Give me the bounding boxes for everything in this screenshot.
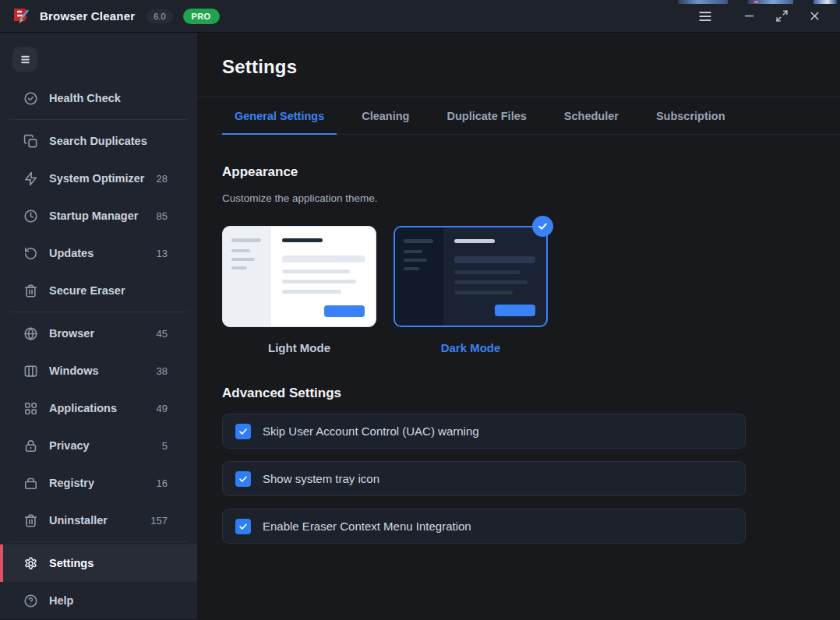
- sidebar-item-applications[interactable]: Applications49: [0, 389, 197, 427]
- checkbox[interactable]: [235, 424, 251, 439]
- sidebar-item-secure-eraser[interactable]: Secure Eraser: [0, 272, 197, 309]
- tab-duplicate-files[interactable]: Duplicate Files: [434, 97, 538, 135]
- option-row-show-system-tray-icon[interactable]: Show system tray icon: [222, 461, 746, 496]
- option-label: Skip User Account Control (UAC) warning: [263, 424, 479, 438]
- theme-card-dark-mode[interactable]: Dark Mode: [394, 226, 548, 354]
- sidebar-item-label: Windows: [49, 365, 99, 377]
- sidebar-item-label: Browser: [49, 327, 94, 340]
- sidebar-nav: Health CheckSearch DuplicatesSystem Opti…: [0, 79, 197, 619]
- appearance-description: Customize the application theme.: [222, 192, 840, 204]
- sidebar-item-registry[interactable]: Registry16: [0, 464, 197, 502]
- sidebar-divider: [9, 119, 188, 120]
- sidebar-item-count: 13: [157, 248, 168, 259]
- lock-icon: [23, 439, 38, 453]
- trash-icon: [23, 513, 38, 528]
- titlebar: Browser Cleaner 6.0 PRO: [0, 0, 840, 33]
- theme-preview-surface: [394, 226, 548, 327]
- columns-icon: [23, 364, 38, 379]
- minimize-button[interactable]: [740, 8, 757, 25]
- sidebar-item-label: Startup Manager: [49, 210, 138, 222]
- sidebar-item-windows[interactable]: Windows38: [0, 352, 197, 389]
- sidebar-item-count: 157: [150, 515, 168, 527]
- background-window-fragment: [678, 0, 728, 4]
- tab-subscription[interactable]: Subscription: [644, 97, 738, 135]
- gear-icon: [23, 556, 38, 571]
- sidebar-item-startup-manager[interactable]: Startup Manager85: [0, 197, 197, 234]
- sidebar-item-label: System Optimizer: [49, 172, 145, 185]
- close-button[interactable]: [806, 8, 823, 25]
- sidebar-item-label: Uninstaller: [49, 514, 108, 527]
- pro-badge: PRO: [183, 9, 220, 24]
- sidebar-item-system-optimizer[interactable]: System Optimizer28: [0, 160, 197, 197]
- main-content: Settings General SettingsCleaningDuplica…: [197, 33, 840, 619]
- tab-general-settings[interactable]: General Settings: [222, 97, 337, 135]
- sidebar-item-updates[interactable]: Updates13: [0, 234, 197, 272]
- sidebar-item-count: 38: [157, 365, 168, 377]
- theme-card-light-mode[interactable]: Light Mode: [222, 226, 376, 354]
- preview-button: [324, 305, 365, 317]
- background-window-fragments: [678, 0, 840, 4]
- app-logo-icon: [11, 6, 31, 26]
- sidebar-item-label: Applications: [49, 402, 117, 414]
- option-row-enable-eraser-context-menu-integration[interactable]: Enable Eraser Context Menu Integration: [222, 509, 746, 544]
- theme-label: Dark Mode: [394, 341, 548, 354]
- help-circle-icon: [23, 594, 38, 608]
- sidebar-item-count: 85: [157, 210, 168, 222]
- refresh-icon: [23, 246, 38, 261]
- sidebar-item-uninstaller[interactable]: Uninstaller157: [0, 502, 197, 539]
- sidebar: Health CheckSearch DuplicatesSystem Opti…: [0, 33, 197, 619]
- sidebar-item-label: Registry: [49, 477, 94, 489]
- option-label: Show system tray icon: [263, 472, 379, 485]
- sidebar-item-privacy[interactable]: Privacy5: [0, 427, 197, 464]
- sidebar-item-count: 45: [157, 328, 168, 340]
- sidebar-item-health-check[interactable]: Health Check: [0, 79, 197, 117]
- sidebar-item-count: 28: [157, 173, 168, 185]
- sidebar-divider: [9, 312, 188, 312]
- page-title: Settings: [222, 56, 840, 78]
- hamburger-icon: [20, 55, 30, 65]
- archive-icon: [23, 476, 38, 491]
- preview-content: [271, 227, 376, 326]
- sidebar-item-help[interactable]: Help: [0, 582, 197, 619]
- preview-button: [495, 305, 535, 316]
- preview-content: [443, 227, 546, 326]
- settings-tabs: General SettingsCleaningDuplicate FilesS…: [217, 97, 840, 135]
- sidebar-item-label: Settings: [49, 557, 94, 569]
- globe-icon: [23, 326, 38, 341]
- theme-label: Light Mode: [222, 341, 376, 354]
- preview-sidebar: [223, 227, 271, 326]
- tab-scheduler[interactable]: Scheduler: [552, 97, 631, 135]
- copy-icon: [23, 134, 38, 149]
- theme-preview: [222, 226, 376, 327]
- clock-icon: [23, 209, 38, 224]
- selected-check-icon: [532, 216, 553, 237]
- sidebar-item-count: 16: [157, 477, 168, 489]
- preview-sidebar: [395, 227, 443, 326]
- checkbox[interactable]: [235, 471, 251, 487]
- sidebar-item-count: 49: [157, 403, 168, 414]
- sidebar-item-browser[interactable]: Browser45: [0, 315, 197, 352]
- advanced-section-title: Advanced Settings: [222, 386, 840, 401]
- sidebar-collapse-button[interactable]: [12, 47, 37, 72]
- background-window-fragment: [748, 0, 793, 4]
- checkbox[interactable]: [235, 519, 251, 534]
- sidebar-item-label: Search Duplicates: [49, 135, 147, 147]
- app-title: Browser Cleaner: [40, 9, 135, 23]
- check-circle-icon: [23, 91, 38, 106]
- sidebar-item-label: Secure Eraser: [49, 284, 125, 297]
- sidebar-item-label: Updates: [49, 247, 94, 259]
- background-window-fragment: [814, 0, 837, 4]
- sidebar-item-settings[interactable]: Settings: [0, 544, 197, 582]
- sidebar-item-label: Help: [49, 594, 73, 607]
- option-row-skip-user-account-control-uac-warning[interactable]: Skip User Account Control (UAC) warning: [222, 414, 746, 449]
- theme-options: Light ModeDark Mode: [222, 226, 840, 354]
- sidebar-item-label: Health Check: [49, 92, 121, 104]
- grid-icon: [23, 401, 38, 416]
- sidebar-divider: [9, 541, 188, 542]
- app-menu-icon[interactable]: [697, 8, 714, 25]
- sidebar-item-search-duplicates[interactable]: Search Duplicates: [0, 122, 197, 160]
- maximize-button[interactable]: [773, 8, 790, 25]
- tab-cleaning[interactable]: Cleaning: [349, 97, 422, 135]
- sidebar-item-label: Privacy: [49, 439, 90, 452]
- sidebar-item-count: 5: [162, 440, 168, 452]
